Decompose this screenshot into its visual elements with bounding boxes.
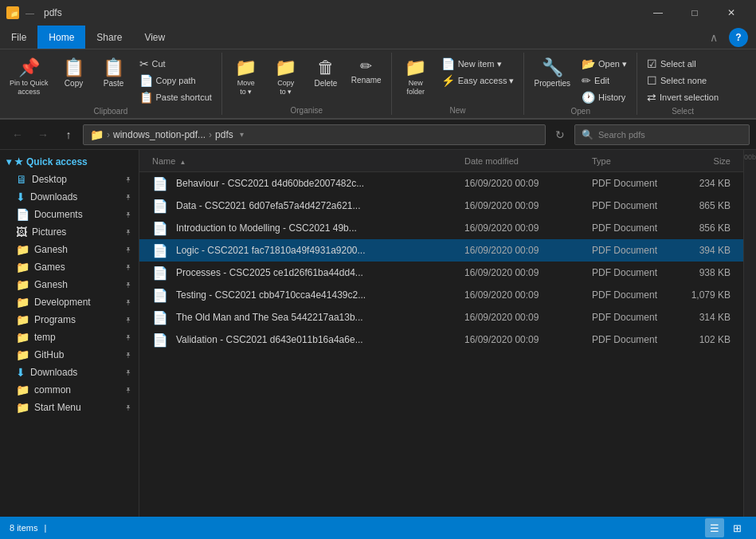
sidebar-item-temp[interactable]: 📁 temp 🖈 [0,329,139,346]
breadcrumb-current[interactable]: pdfs [215,129,233,140]
ribbon-group-organise: 📁 Moveto ▾ 📁 Copyto ▾ 🗑 Delete ✏ Rename … [222,53,392,115]
sidebar-item-programs[interactable]: 📁 Programs 🖈 [0,311,139,329]
table-row[interactable]: 📄 Validation - CSC2021 d643e011b16a4a6e.… [139,329,743,351]
menu-home[interactable]: Home [37,26,85,49]
quick-access-header[interactable]: ▾ ★ Quick access [0,153,139,171]
paste-shortcut-button[interactable]: 📋 Paste shortcut [135,89,217,105]
sidebar-item-ganesh2[interactable]: 📁 Ganesh 🖈 [0,276,139,293]
table-row[interactable]: 📄 The Old Man and The Sea 5442217aa13b..… [139,306,743,329]
open-label: Open ▾ [598,59,627,69]
clipboard-group-label: Clipboard [5,105,217,116]
easy-access-button[interactable]: ⚡ Easy access ▾ [437,73,519,89]
quick-access-chevron: ▾ [6,156,11,167]
col-header-date[interactable]: Date modified [458,156,586,166]
pin-start-menu-icon: 🖈 [124,403,132,412]
paste-button[interactable]: 📋 Paste [95,56,133,91]
right-panel-text: 00b [744,153,756,161]
new-folder-button[interactable]: 📁 Newfolder [397,56,435,100]
col-header-name[interactable]: Name ▲ [146,156,458,166]
file-name: Data - CSC2021 6d07efa57a4d4272a621... [173,200,452,211]
table-row[interactable]: 📄 Processes - CSC2025 ce1d26f61ba44dd4..… [139,262,743,284]
breadcrumb-dropdown-icon[interactable]: ▾ [240,130,244,139]
sidebar-item-pictures[interactable]: 🖼 Pictures 🖈 [0,223,139,241]
sidebar-item-desktop[interactable]: 🖥 Desktop 🖈 [0,171,139,188]
menu-share[interactable]: Share [85,26,133,49]
select-all-button[interactable]: ☑ Select all [642,56,723,72]
table-row[interactable]: 📄 Logic - CSC2021 fac71810a49f4931a9200.… [139,239,743,262]
move-to-button[interactable]: 📁 Moveto ▾ [227,56,265,100]
table-row[interactable]: 📄 Data - CSC2021 6d07efa57a4d4272a621...… [139,195,743,217]
sidebar-item-ganesh[interactable]: 📁 Ganesh 🖈 [0,241,139,258]
ribbon-collapse-button[interactable]: ∧ [705,31,723,44]
table-row[interactable]: 📄 Testing - CSC2021 cbb4710cca4e41439c2.… [139,284,743,306]
copy-to-button[interactable]: 📁 Copyto ▾ [267,56,305,100]
forward-button[interactable]: → [32,124,54,146]
pin-downloads-icon: 🖈 [124,193,132,202]
sidebar-item-common[interactable]: 📁 common 🖈 [0,381,139,399]
new-folder-label: Newfolder [406,79,425,96]
games-icon: 📁 [16,261,29,273]
status-bar-right: ☰ ⊞ [705,518,746,537]
copy-path-button[interactable]: 📄 Copy path [135,73,217,89]
up-button[interactable]: ↑ [57,124,80,146]
file-date: 16/09/2020 00:09 [458,222,586,234]
open-button[interactable]: 📂 Open ▾ [577,56,632,72]
maximize-button[interactable]: □ [676,0,713,26]
sidebar-label-development: Development [34,297,91,308]
sidebar-item-start-menu[interactable]: 📁 Start Menu 🖈 [0,399,139,416]
clipboard-small-col: ✂ Cut 📄 Copy path 📋 Paste shortcut [135,56,217,105]
sidebar-label-start-menu: Start Menu [34,402,81,413]
sidebar-item-documents[interactable]: 📄 Documents 🖈 [0,206,139,223]
copy-path-icon: 📄 [139,74,153,87]
back-button[interactable]: ← [6,124,29,146]
edit-button[interactable]: ✏ Edit [577,73,632,89]
copy-button[interactable]: 📋 Copy [55,56,93,91]
sidebar-item-games[interactable]: 📁 Games 🖈 [0,258,139,276]
rename-button[interactable]: ✏ Rename [347,56,386,88]
file-name-cell: 📄 Processes - CSC2025 ce1d26f61ba44dd4..… [146,266,458,281]
copy-to-icon: 📁 [275,59,296,77]
sidebar-item-github[interactable]: 📁 GitHub 🖈 [0,346,139,364]
refresh-button[interactable]: ↻ [549,124,571,146]
file-date: 16/09/2020 00:09 [458,267,586,278]
organise-group-label: Organise [227,104,386,115]
help-button[interactable]: ? [729,28,748,47]
col-header-type[interactable]: Type [586,156,673,166]
search-input[interactable] [598,130,742,140]
properties-button[interactable]: 🔧 Properties [529,56,575,91]
view-tiles-button[interactable]: ⊞ [727,518,746,537]
pin-quick-access-button[interactable]: 📌 Pin to Quickaccess [5,56,53,100]
close-button[interactable]: ✕ [713,0,750,26]
breadcrumb-part1[interactable]: windows_notion-pdf... [113,129,206,140]
select-none-button[interactable]: ☐ Select none [642,73,723,89]
file-type: PDF Document [586,267,673,278]
pin-desktop-icon: 🖈 [124,175,132,184]
minimize-button[interactable]: — [640,0,676,26]
pin-github-icon: 🖈 [124,351,132,360]
new-item-button[interactable]: 📄 New item ▾ [437,56,519,72]
table-row[interactable]: 📄 Behaviour - CSC2021 d4d60bde2007482c..… [139,172,743,195]
file-size: 865 KB [673,200,737,211]
table-row[interactable]: 📄 Introduction to Modelling - CSC2021 49… [139,217,743,239]
view-details-button[interactable]: ☰ [705,518,724,537]
sidebar-item-downloads2[interactable]: ⬇ Downloads 🖈 [0,364,139,381]
col-header-size[interactable]: Size [673,156,737,166]
invert-selection-button[interactable]: ⇄ Invert selection [642,89,723,105]
open-icon: 📂 [582,57,595,70]
breadcrumb-bar: 📁 › windows_notion-pdf... › pdfs ▾ [83,124,546,145]
history-button[interactable]: 🕐 History [577,89,632,105]
cut-label: Cut [152,59,166,69]
file-name: Logic - CSC2021 fac71810a49f4931a9200... [173,245,452,256]
menu-file[interactable]: File [0,26,37,49]
sidebar-item-downloads[interactable]: ⬇ Downloads 🖈 [0,188,139,206]
file-size: 314 KB [673,312,737,323]
file-date: 16/09/2020 00:09 [458,200,586,211]
sidebar-label-programs: Programs [34,314,76,325]
menu-view[interactable]: View [133,26,176,49]
sidebar-item-development[interactable]: 📁 Development 🖈 [0,293,139,311]
file-list-area: Name ▲ Date modified Type Size 📄 Behavio… [139,150,743,517]
select-content: ☑ Select all ☐ Select none ⇄ Invert sele… [642,53,723,105]
cut-button[interactable]: ✂ Cut [135,56,217,72]
delete-button[interactable]: 🗑 Delete [307,56,345,91]
sidebar-label-downloads: Downloads [30,191,77,203]
